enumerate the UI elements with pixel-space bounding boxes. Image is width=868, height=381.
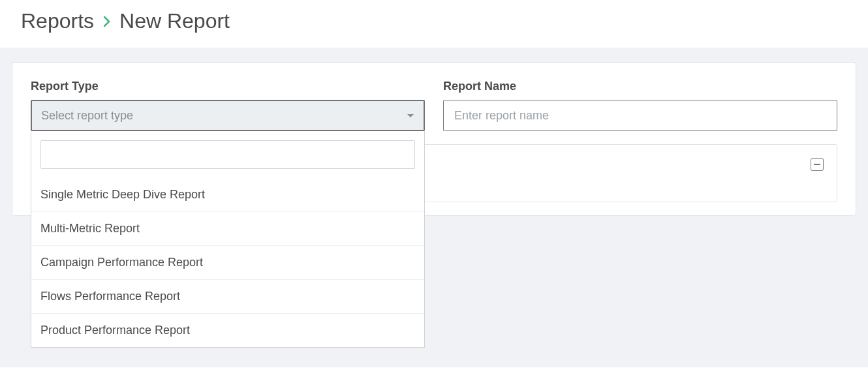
report-name-input[interactable] <box>443 100 837 131</box>
content-area: Report Type Select report type Single <box>0 48 868 367</box>
report-name-label: Report Name <box>443 80 837 93</box>
caret-down-icon <box>407 110 414 121</box>
dropdown-option[interactable]: Product Performance Report <box>31 313 424 347</box>
select-placeholder: Select report type <box>41 109 133 123</box>
report-type-group: Report Type Select report type Single <box>31 80 425 131</box>
dropdown-search-input[interactable] <box>40 140 415 169</box>
dropdown-search-wrap <box>31 131 424 178</box>
report-form-card: Report Type Select report type Single <box>12 62 856 216</box>
chevron-right-icon <box>103 16 110 27</box>
form-row: Report Type Select report type Single <box>31 80 837 131</box>
dropdown-option[interactable]: Flows Performance Report <box>31 279 424 313</box>
breadcrumb: Reports New Report <box>21 9 847 33</box>
page-header: Reports New Report <box>0 0 868 48</box>
report-type-dropdown: Single Metric Deep Dive Report Multi-Met… <box>31 131 425 348</box>
dropdown-option[interactable]: Multi-Metric Report <box>31 211 424 245</box>
dropdown-option[interactable]: Single Metric Deep Dive Report <box>31 178 424 211</box>
report-name-group: Report Name <box>443 80 837 131</box>
report-type-select-wrapper: Select report type Single Metric Deep Di… <box>31 100 425 131</box>
dropdown-option[interactable]: Campaign Performance Report <box>31 245 424 279</box>
report-type-select[interactable]: Select report type <box>31 100 425 131</box>
breadcrumb-parent-link[interactable]: Reports <box>21 9 94 33</box>
breadcrumb-current: New Report <box>119 9 230 33</box>
report-type-label: Report Type <box>31 80 425 93</box>
dropdown-list: Single Metric Deep Dive Report Multi-Met… <box>31 178 424 347</box>
minus-icon <box>814 164 820 165</box>
collapse-button[interactable] <box>811 158 824 171</box>
